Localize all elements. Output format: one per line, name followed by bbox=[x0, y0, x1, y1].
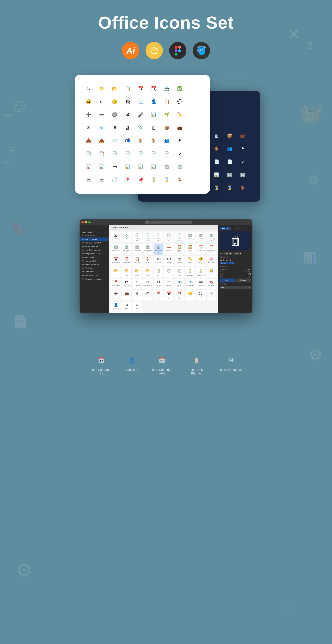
open-in-btn[interactable]: Open in bbox=[220, 278, 235, 282]
search-bar[interactable]: 🔍 Search icons... bbox=[145, 220, 192, 224]
app-icon-minus[interactable]: ➖Icon Minus bbox=[196, 279, 205, 289]
app-icon-building3[interactable]: 🏢Icon Building 3 bbox=[207, 232, 216, 242]
app-icon-support[interactable]: 🎧Icon Support bbox=[196, 290, 205, 300]
app-icon-calendar-doc[interactable]: 📅Icon Calendar Doc bbox=[122, 256, 131, 266]
app-icon-building5[interactable]: 🏢Icon Building 5 bbox=[122, 244, 131, 254]
icon-label: Icon Edit bbox=[188, 262, 193, 263]
app-icon-workplace[interactable]: 🖥Icon Workplace bbox=[122, 302, 131, 313]
app-icon-location-map[interactable]: 🗺Icon Location Map bbox=[122, 279, 131, 289]
sidebar-item-medical[interactable]: Medical Icons Set bbox=[80, 245, 109, 248]
app-icon-calculator2[interactable]: 🧮Icon Calculator bbox=[185, 244, 195, 254]
app-icon-folder-details[interactable]: 📂Icon Folder Details bbox=[133, 267, 142, 278]
icon-symbol: 💼 bbox=[125, 292, 129, 296]
app-icon-schedule-fo[interactable]: 📅Icon Schedule Fo... bbox=[164, 290, 174, 300]
app-icon-blank-remove[interactable]: 📄Icon Blank Remove bbox=[175, 232, 184, 242]
tab-collections[interactable]: Collections bbox=[231, 227, 243, 230]
app-icon-portfolio[interactable]: 💼Icon Portfolio bbox=[122, 290, 131, 300]
app-icon-dinner-add[interactable]: 🍽Icon Dinner Add bbox=[164, 256, 174, 266]
app-icon-workplace-c[interactable]: 🖥Icon Workplace C... bbox=[133, 302, 142, 313]
app-icon-print[interactable]: 🖨Icon Print bbox=[133, 290, 142, 300]
app-icon-hourglass-full[interactable]: ⌛Icon Hourglass Full bbox=[196, 267, 205, 278]
sidebar-item-shopping[interactable]: Shopping Icons Set bbox=[80, 263, 109, 266]
icon-symbol: ➖ bbox=[199, 280, 203, 284]
app-icon-time[interactable]: 🕐Icon Time bbox=[207, 290, 216, 300]
sidebar-item-fruits[interactable]: Fruits and vegetables bbox=[80, 277, 109, 281]
app-icon-building4[interactable]: 🏢Icon Building 4 bbox=[111, 244, 121, 254]
app-icon-edit[interactable]: ✏️Icon Edit bbox=[185, 256, 195, 266]
app-icon-schedule-da[interactable]: 📅Icon Schedule Da... bbox=[175, 290, 184, 300]
app-icon-blank-empty[interactable]: 📄Icon Blank Empty bbox=[154, 232, 163, 242]
app-icon-blank-pdf[interactable]: 📄Icon Blank Pdf bbox=[164, 232, 174, 242]
app-icon-form-fill[interactable]: 📋Icon Form Fill bbox=[164, 267, 174, 278]
view-toggle[interactable]: ⊞⊟ bbox=[246, 221, 249, 223]
app-icon-building8[interactable]: 🏢Icon Building 8 bbox=[154, 244, 163, 254]
app-icon-journal[interactable]: 📔Icon Journal bbox=[207, 267, 216, 278]
sidebar-item-free-glass[interactable]: Free Glass Icons bbox=[80, 274, 109, 277]
app-icon-form-edit[interactable]: 📋Icon Form Edit bbox=[154, 267, 163, 278]
window-close-btn[interactable] bbox=[81, 221, 84, 223]
app-icon-diner[interactable]: ☕Icon Diner bbox=[175, 256, 184, 266]
app-icon-hourglass[interactable]: ⏳Icon Hourglass bbox=[185, 267, 195, 278]
app-icon-desk[interactable]: 🪑Icon Desk bbox=[143, 256, 152, 266]
app-icon-calculator[interactable]: 🧮Icon Calculator bbox=[175, 244, 184, 254]
icon-symbol: 📅 bbox=[167, 292, 171, 296]
app-icon-daily-planner[interactable]: 📋Icon Daily Planner bbox=[133, 256, 142, 266]
sidebar-item-nav[interactable]: Navigation Icons Set bbox=[80, 256, 109, 259]
sidebar-item-food[interactable]: Food Icons bbox=[80, 266, 109, 270]
app-icon-folder[interactable]: 📂Icon Folder bbox=[111, 267, 121, 278]
app-icon-attach[interactable]: 📎Icon Attach bbox=[122, 232, 131, 242]
app-icon-sell[interactable]: 🏷Icon Sell bbox=[143, 290, 152, 300]
sidebar-item-love[interactable]: Love & Sex Icons Set bbox=[80, 248, 109, 252]
tab-single-set[interactable]: Single Set bbox=[220, 227, 231, 230]
user-text: Icon User bbox=[125, 368, 138, 372]
sidebar-item-messenger[interactable]: Messenger Icons Set bbox=[80, 241, 109, 244]
app-icon-form-info[interactable]: 📋Icon Form Info bbox=[175, 267, 184, 278]
sidebar-item-free[interactable]: Free Icons Set bbox=[80, 259, 109, 263]
format-select[interactable]: PNG SVG PDF bbox=[233, 252, 241, 255]
app-icon-mail-yellow[interactable]: ✉Icon Mail Yellow bbox=[164, 279, 174, 289]
app-icon-user[interactable]: 👤Icon User bbox=[111, 302, 121, 313]
window-maximize-btn[interactable] bbox=[88, 221, 91, 223]
app-icon-building2[interactable]: 🏢Icon Building 2 bbox=[196, 232, 205, 242]
icon-cell: ✉ bbox=[84, 124, 93, 132]
window-minimize-btn[interactable] bbox=[85, 221, 87, 223]
sidebar-item-all[interactable]: All bbox=[80, 227, 109, 230]
sidebar-item-office[interactable]: Office Icons Set bbox=[80, 238, 109, 241]
app-icon-calendar[interactable]: 📅Icon Calendar bbox=[196, 244, 205, 254]
sidebar-your-sets-header: Your Icon Sets bbox=[80, 234, 109, 237]
app-icon-mail-delete[interactable]: ✉Icon Mail Delete bbox=[154, 279, 163, 289]
app-icon-folder-setup[interactable]: 📂Icon Folder Setup bbox=[143, 267, 152, 278]
license-select[interactable]: None bbox=[220, 286, 251, 289]
sidebar-item-glass[interactable]: Glass Icons bbox=[80, 270, 109, 274]
open-app-btn[interactable]: Illustrator bbox=[236, 278, 251, 282]
app-icon-blank-delete[interactable]: 📄Icon Blank Delete bbox=[143, 232, 152, 242]
app-icon-calendar-add[interactable]: 📅Icon Calendar Add bbox=[207, 244, 216, 254]
app-icon-markup[interactable]: 🔖Icon Markup bbox=[207, 279, 216, 289]
app-icon-archival[interactable]: 🏛Icon Archival bbox=[111, 232, 121, 242]
app-icon-face[interactable]: 😊Icon Face bbox=[196, 256, 205, 266]
app-icon-building1[interactable]: 🏢Icon Building 1 bbox=[185, 232, 195, 242]
app-icon-building7[interactable]: 🏢Icon Building 7 bbox=[143, 244, 152, 254]
app-icon-mail-add[interactable]: ✉Icon Mail Add bbox=[143, 279, 152, 289]
app-icon-mail-open[interactable]: 📧Icon Mail Open bbox=[175, 279, 184, 289]
sidebar-item-nav2[interactable]: Navigation Icons Set - 2 bbox=[80, 252, 109, 256]
app-icon-dinner[interactable]: 🍽Icon Dinner bbox=[154, 256, 163, 266]
app-icon-blank-add[interactable]: 📄Icon Blank Add bbox=[133, 232, 142, 242]
icon-label: Icon Folder Details bbox=[133, 273, 141, 276]
size-select[interactable]: SVG 64 128 bbox=[223, 252, 232, 255]
app-icon-mail-sent[interactable]: 📧Icon Mail Sent bbox=[185, 279, 195, 289]
app-icon-mail[interactable]: ✉Icon Mail bbox=[133, 279, 142, 289]
app-icon-canoe[interactable]: 🛶Icon Canoe bbox=[164, 244, 174, 254]
app-icon-smile[interactable]: 😊Icon Smile bbox=[185, 290, 195, 300]
app-icon-plus[interactable]: ➕Icon Plus bbox=[111, 290, 121, 300]
app-icon-building6[interactable]: 🏢Icon Building 6 bbox=[133, 244, 142, 254]
sidebar-item-outline[interactable]: Outline Icons bbox=[80, 230, 109, 234]
app-icon-folder-add[interactable]: 📂Icon Folder Add bbox=[122, 267, 131, 278]
sort-btn[interactable]: ↕ bbox=[250, 221, 251, 223]
icon-cell-dark: 📊 bbox=[212, 170, 221, 179]
app-icon-calendar-del[interactable]: 📅Icon Calendar Del... bbox=[111, 256, 121, 266]
app-icon-location[interactable]: 📍Icon Location bbox=[111, 279, 121, 289]
icon-cell: 📊 bbox=[123, 162, 132, 171]
app-icon-flower[interactable]: 🌸Icon Flower bbox=[207, 256, 216, 266]
app-icon-schedule-la[interactable]: 📅Icon Schedule La... bbox=[154, 290, 163, 300]
